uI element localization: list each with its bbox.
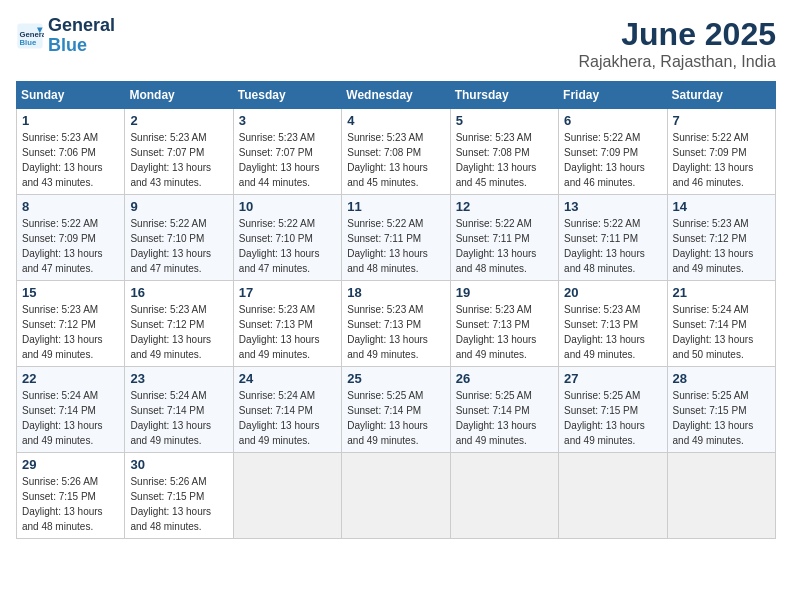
day-number: 17 (239, 285, 336, 300)
day-number: 29 (22, 457, 119, 472)
day-number: 4 (347, 113, 444, 128)
col-monday: Monday (125, 82, 233, 109)
day-info: Sunrise: 5:22 AMSunset: 7:11 PMDaylight:… (456, 216, 553, 276)
day-info: Sunrise: 5:26 AMSunset: 7:15 PMDaylight:… (130, 474, 227, 534)
table-row: 6 Sunrise: 5:22 AMSunset: 7:09 PMDayligh… (559, 109, 667, 195)
calendar-table: Sunday Monday Tuesday Wednesday Thursday… (16, 81, 776, 539)
col-friday: Friday (559, 82, 667, 109)
day-number: 22 (22, 371, 119, 386)
table-row: 1 Sunrise: 5:23 AMSunset: 7:06 PMDayligh… (17, 109, 125, 195)
table-row: 9 Sunrise: 5:22 AMSunset: 7:10 PMDayligh… (125, 195, 233, 281)
calendar-week-row: 15 Sunrise: 5:23 AMSunset: 7:12 PMDaylig… (17, 281, 776, 367)
table-row: 13 Sunrise: 5:22 AMSunset: 7:11 PMDaylig… (559, 195, 667, 281)
day-number: 1 (22, 113, 119, 128)
day-info: Sunrise: 5:23 AMSunset: 7:13 PMDaylight:… (456, 302, 553, 362)
day-info: Sunrise: 5:23 AMSunset: 7:07 PMDaylight:… (239, 130, 336, 190)
table-row (667, 453, 775, 539)
table-row: 10 Sunrise: 5:22 AMSunset: 7:10 PMDaylig… (233, 195, 341, 281)
table-row (450, 453, 558, 539)
day-number: 26 (456, 371, 553, 386)
table-row: 29 Sunrise: 5:26 AMSunset: 7:15 PMDaylig… (17, 453, 125, 539)
table-row: 3 Sunrise: 5:23 AMSunset: 7:07 PMDayligh… (233, 109, 341, 195)
day-info: Sunrise: 5:24 AMSunset: 7:14 PMDaylight:… (239, 388, 336, 448)
logo: General Blue General Blue (16, 16, 115, 56)
day-info: Sunrise: 5:25 AMSunset: 7:14 PMDaylight:… (347, 388, 444, 448)
day-number: 3 (239, 113, 336, 128)
table-row: 5 Sunrise: 5:23 AMSunset: 7:08 PMDayligh… (450, 109, 558, 195)
table-row: 20 Sunrise: 5:23 AMSunset: 7:13 PMDaylig… (559, 281, 667, 367)
table-row: 23 Sunrise: 5:24 AMSunset: 7:14 PMDaylig… (125, 367, 233, 453)
day-info: Sunrise: 5:22 AMSunset: 7:10 PMDaylight:… (130, 216, 227, 276)
day-info: Sunrise: 5:23 AMSunset: 7:12 PMDaylight:… (673, 216, 770, 276)
col-tuesday: Tuesday (233, 82, 341, 109)
day-info: Sunrise: 5:23 AMSunset: 7:08 PMDaylight:… (456, 130, 553, 190)
month-title: June 2025 (579, 16, 776, 53)
day-number: 15 (22, 285, 119, 300)
header: General Blue General Blue June 2025 Raja… (16, 16, 776, 71)
col-wednesday: Wednesday (342, 82, 450, 109)
day-info: Sunrise: 5:23 AMSunset: 7:12 PMDaylight:… (130, 302, 227, 362)
calendar-week-row: 22 Sunrise: 5:24 AMSunset: 7:14 PMDaylig… (17, 367, 776, 453)
day-info: Sunrise: 5:23 AMSunset: 7:13 PMDaylight:… (239, 302, 336, 362)
table-row: 21 Sunrise: 5:24 AMSunset: 7:14 PMDaylig… (667, 281, 775, 367)
table-row: 30 Sunrise: 5:26 AMSunset: 7:15 PMDaylig… (125, 453, 233, 539)
day-number: 9 (130, 199, 227, 214)
day-info: Sunrise: 5:24 AMSunset: 7:14 PMDaylight:… (673, 302, 770, 362)
calendar-week-row: 29 Sunrise: 5:26 AMSunset: 7:15 PMDaylig… (17, 453, 776, 539)
day-number: 14 (673, 199, 770, 214)
calendar-week-row: 8 Sunrise: 5:22 AMSunset: 7:09 PMDayligh… (17, 195, 776, 281)
day-number: 25 (347, 371, 444, 386)
day-info: Sunrise: 5:25 AMSunset: 7:15 PMDaylight:… (673, 388, 770, 448)
table-row (342, 453, 450, 539)
day-info: Sunrise: 5:23 AMSunset: 7:08 PMDaylight:… (347, 130, 444, 190)
day-info: Sunrise: 5:22 AMSunset: 7:09 PMDaylight:… (673, 130, 770, 190)
day-number: 2 (130, 113, 227, 128)
day-number: 16 (130, 285, 227, 300)
col-thursday: Thursday (450, 82, 558, 109)
day-number: 10 (239, 199, 336, 214)
day-number: 27 (564, 371, 661, 386)
table-row (233, 453, 341, 539)
day-number: 12 (456, 199, 553, 214)
day-number: 30 (130, 457, 227, 472)
day-info: Sunrise: 5:22 AMSunset: 7:09 PMDaylight:… (22, 216, 119, 276)
table-row: 8 Sunrise: 5:22 AMSunset: 7:09 PMDayligh… (17, 195, 125, 281)
table-row: 18 Sunrise: 5:23 AMSunset: 7:13 PMDaylig… (342, 281, 450, 367)
logo-icon: General Blue (16, 22, 44, 50)
day-info: Sunrise: 5:25 AMSunset: 7:15 PMDaylight:… (564, 388, 661, 448)
day-number: 13 (564, 199, 661, 214)
day-info: Sunrise: 5:23 AMSunset: 7:07 PMDaylight:… (130, 130, 227, 190)
day-number: 7 (673, 113, 770, 128)
col-sunday: Sunday (17, 82, 125, 109)
day-number: 5 (456, 113, 553, 128)
day-number: 24 (239, 371, 336, 386)
day-number: 8 (22, 199, 119, 214)
table-row: 15 Sunrise: 5:23 AMSunset: 7:12 PMDaylig… (17, 281, 125, 367)
table-row (559, 453, 667, 539)
table-row: 28 Sunrise: 5:25 AMSunset: 7:15 PMDaylig… (667, 367, 775, 453)
location-title: Rajakhera, Rajasthan, India (579, 53, 776, 71)
day-number: 19 (456, 285, 553, 300)
day-number: 21 (673, 285, 770, 300)
day-info: Sunrise: 5:23 AMSunset: 7:12 PMDaylight:… (22, 302, 119, 362)
title-area: June 2025 Rajakhera, Rajasthan, India (579, 16, 776, 71)
day-number: 23 (130, 371, 227, 386)
table-row: 27 Sunrise: 5:25 AMSunset: 7:15 PMDaylig… (559, 367, 667, 453)
day-info: Sunrise: 5:23 AMSunset: 7:13 PMDaylight:… (347, 302, 444, 362)
table-row: 26 Sunrise: 5:25 AMSunset: 7:14 PMDaylig… (450, 367, 558, 453)
day-number: 18 (347, 285, 444, 300)
table-row: 22 Sunrise: 5:24 AMSunset: 7:14 PMDaylig… (17, 367, 125, 453)
day-info: Sunrise: 5:26 AMSunset: 7:15 PMDaylight:… (22, 474, 119, 534)
calendar-header-row: Sunday Monday Tuesday Wednesday Thursday… (17, 82, 776, 109)
day-number: 20 (564, 285, 661, 300)
day-number: 28 (673, 371, 770, 386)
table-row: 19 Sunrise: 5:23 AMSunset: 7:13 PMDaylig… (450, 281, 558, 367)
day-info: Sunrise: 5:22 AMSunset: 7:09 PMDaylight:… (564, 130, 661, 190)
day-info: Sunrise: 5:22 AMSunset: 7:11 PMDaylight:… (347, 216, 444, 276)
day-info: Sunrise: 5:23 AMSunset: 7:13 PMDaylight:… (564, 302, 661, 362)
day-number: 11 (347, 199, 444, 214)
col-saturday: Saturday (667, 82, 775, 109)
day-number: 6 (564, 113, 661, 128)
day-info: Sunrise: 5:24 AMSunset: 7:14 PMDaylight:… (22, 388, 119, 448)
day-info: Sunrise: 5:22 AMSunset: 7:10 PMDaylight:… (239, 216, 336, 276)
